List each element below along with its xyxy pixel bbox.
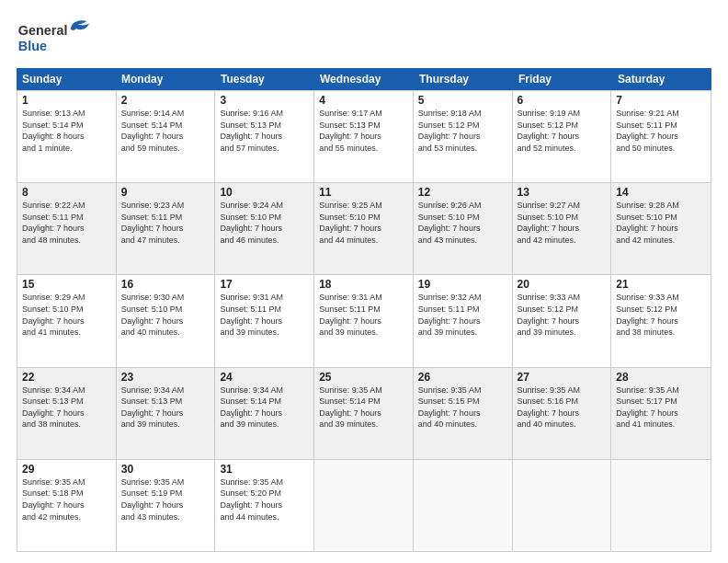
- day-number: 6: [518, 94, 607, 107]
- day-number: 19: [418, 278, 507, 291]
- day-info: Sunrise: 9:14 AM Sunset: 5:14 PM Dayligh…: [121, 108, 210, 154]
- day-number: 15: [22, 278, 111, 291]
- day-number: 31: [220, 463, 309, 476]
- day-number: 13: [518, 186, 607, 199]
- day-number: 5: [418, 94, 507, 107]
- header-monday: Monday: [116, 68, 215, 90]
- table-row: 10Sunrise: 9:24 AM Sunset: 5:10 PM Dayli…: [215, 183, 314, 274]
- day-number: 25: [319, 371, 408, 384]
- table-row: [611, 460, 711, 551]
- header-friday: Friday: [513, 68, 612, 90]
- table-row: 28Sunrise: 9:35 AM Sunset: 5:17 PM Dayli…: [611, 368, 711, 459]
- calendar: Sunday Monday Tuesday Wednesday Thursday…: [17, 68, 711, 552]
- day-info: Sunrise: 9:23 AM Sunset: 5:11 PM Dayligh…: [121, 200, 210, 246]
- table-row: 20Sunrise: 9:33 AM Sunset: 5:12 PM Dayli…: [513, 275, 612, 366]
- table-row: 30Sunrise: 9:35 AM Sunset: 5:19 PM Dayli…: [117, 460, 216, 551]
- week-3: 15Sunrise: 9:29 AM Sunset: 5:10 PM Dayli…: [17, 275, 711, 367]
- day-number: 26: [418, 371, 507, 384]
- day-info: Sunrise: 9:27 AM Sunset: 5:10 PM Dayligh…: [518, 200, 607, 246]
- table-row: 29Sunrise: 9:35 AM Sunset: 5:18 PM Dayli…: [17, 460, 117, 551]
- table-row: 23Sunrise: 9:34 AM Sunset: 5:13 PM Dayli…: [117, 368, 216, 459]
- header: General Blue: [17, 17, 711, 61]
- table-row: 5Sunrise: 9:18 AM Sunset: 5:12 PM Daylig…: [414, 91, 513, 182]
- day-info: Sunrise: 9:19 AM Sunset: 5:12 PM Dayligh…: [518, 108, 607, 154]
- day-number: 2: [121, 94, 210, 107]
- week-1: 1Sunrise: 9:13 AM Sunset: 5:14 PM Daylig…: [17, 91, 711, 183]
- header-sunday: Sunday: [17, 68, 116, 90]
- day-info: Sunrise: 9:34 AM Sunset: 5:14 PM Dayligh…: [220, 385, 309, 431]
- day-number: 7: [616, 94, 706, 107]
- day-info: Sunrise: 9:26 AM Sunset: 5:10 PM Dayligh…: [418, 200, 507, 246]
- day-info: Sunrise: 9:32 AM Sunset: 5:11 PM Dayligh…: [418, 292, 507, 338]
- week-2: 8Sunrise: 9:22 AM Sunset: 5:11 PM Daylig…: [17, 183, 711, 275]
- table-row: [314, 460, 414, 551]
- day-info: Sunrise: 9:31 AM Sunset: 5:11 PM Dayligh…: [220, 292, 309, 338]
- day-number: 18: [319, 278, 408, 291]
- table-row: 9Sunrise: 9:23 AM Sunset: 5:11 PM Daylig…: [117, 183, 216, 274]
- table-row: 21Sunrise: 9:33 AM Sunset: 5:12 PM Dayli…: [611, 275, 711, 366]
- header-thursday: Thursday: [414, 68, 513, 90]
- table-row: 26Sunrise: 9:35 AM Sunset: 5:15 PM Dayli…: [414, 368, 513, 459]
- day-info: Sunrise: 9:35 AM Sunset: 5:16 PM Dayligh…: [518, 385, 607, 431]
- day-info: Sunrise: 9:28 AM Sunset: 5:10 PM Dayligh…: [616, 200, 706, 246]
- day-number: 20: [518, 278, 607, 291]
- table-row: 15Sunrise: 9:29 AM Sunset: 5:10 PM Dayli…: [17, 275, 117, 366]
- day-number: 23: [121, 371, 210, 384]
- table-row: 18Sunrise: 9:31 AM Sunset: 5:11 PM Dayli…: [314, 275, 414, 366]
- table-row: 2Sunrise: 9:14 AM Sunset: 5:14 PM Daylig…: [117, 91, 216, 182]
- day-number: 24: [220, 371, 309, 384]
- table-row: 1Sunrise: 9:13 AM Sunset: 5:14 PM Daylig…: [17, 91, 117, 182]
- table-row: 8Sunrise: 9:22 AM Sunset: 5:11 PM Daylig…: [17, 183, 117, 274]
- day-info: Sunrise: 9:33 AM Sunset: 5:12 PM Dayligh…: [616, 292, 706, 338]
- svg-text:Blue: Blue: [18, 39, 47, 53]
- table-row: 24Sunrise: 9:34 AM Sunset: 5:14 PM Dayli…: [215, 368, 314, 459]
- day-info: Sunrise: 9:29 AM Sunset: 5:10 PM Dayligh…: [22, 292, 111, 338]
- logo-svg: General Blue: [17, 17, 99, 61]
- header-tuesday: Tuesday: [215, 68, 314, 90]
- day-number: 3: [220, 94, 309, 107]
- table-row: 4Sunrise: 9:17 AM Sunset: 5:13 PM Daylig…: [314, 91, 414, 182]
- day-info: Sunrise: 9:24 AM Sunset: 5:10 PM Dayligh…: [220, 200, 309, 246]
- day-info: Sunrise: 9:25 AM Sunset: 5:10 PM Dayligh…: [319, 200, 408, 246]
- week-5: 29Sunrise: 9:35 AM Sunset: 5:18 PM Dayli…: [17, 460, 711, 551]
- header-wednesday: Wednesday: [314, 68, 414, 90]
- table-row: [513, 460, 612, 551]
- day-info: Sunrise: 9:16 AM Sunset: 5:13 PM Dayligh…: [220, 108, 309, 154]
- day-number: 4: [319, 94, 408, 107]
- table-row: 7Sunrise: 9:21 AM Sunset: 5:11 PM Daylig…: [611, 91, 711, 182]
- day-info: Sunrise: 9:21 AM Sunset: 5:11 PM Dayligh…: [616, 108, 706, 154]
- week-4: 22Sunrise: 9:34 AM Sunset: 5:13 PM Dayli…: [17, 368, 711, 460]
- day-number: 29: [22, 463, 111, 476]
- day-number: 28: [616, 371, 706, 384]
- day-info: Sunrise: 9:18 AM Sunset: 5:12 PM Dayligh…: [418, 108, 507, 154]
- day-info: Sunrise: 9:31 AM Sunset: 5:11 PM Dayligh…: [319, 292, 408, 338]
- day-number: 17: [220, 278, 309, 291]
- day-number: 30: [121, 463, 210, 476]
- table-row: 6Sunrise: 9:19 AM Sunset: 5:12 PM Daylig…: [513, 91, 612, 182]
- table-row: 13Sunrise: 9:27 AM Sunset: 5:10 PM Dayli…: [513, 183, 612, 274]
- calendar-header: Sunday Monday Tuesday Wednesday Thursday…: [17, 68, 711, 90]
- day-info: Sunrise: 9:30 AM Sunset: 5:10 PM Dayligh…: [121, 292, 210, 338]
- day-info: Sunrise: 9:35 AM Sunset: 5:14 PM Dayligh…: [319, 385, 408, 431]
- table-row: 12Sunrise: 9:26 AM Sunset: 5:10 PM Dayli…: [414, 183, 513, 274]
- day-number: 10: [220, 186, 309, 199]
- svg-text:General: General: [18, 23, 68, 38]
- page: General Blue Sunday Monday Tuesday Wedne…: [0, 0, 728, 563]
- table-row: 3Sunrise: 9:16 AM Sunset: 5:13 PM Daylig…: [215, 91, 314, 182]
- day-number: 9: [121, 186, 210, 199]
- table-row: 22Sunrise: 9:34 AM Sunset: 5:13 PM Dayli…: [17, 368, 117, 459]
- day-number: 14: [616, 186, 706, 199]
- day-info: Sunrise: 9:35 AM Sunset: 5:18 PM Dayligh…: [22, 477, 111, 523]
- day-info: Sunrise: 9:34 AM Sunset: 5:13 PM Dayligh…: [22, 385, 111, 431]
- day-number: 27: [518, 371, 607, 384]
- table-row: 25Sunrise: 9:35 AM Sunset: 5:14 PM Dayli…: [314, 368, 414, 459]
- day-info: Sunrise: 9:33 AM Sunset: 5:12 PM Dayligh…: [518, 292, 607, 338]
- table-row: 14Sunrise: 9:28 AM Sunset: 5:10 PM Dayli…: [611, 183, 711, 274]
- table-row: 27Sunrise: 9:35 AM Sunset: 5:16 PM Dayli…: [513, 368, 612, 459]
- day-number: 16: [121, 278, 210, 291]
- day-info: Sunrise: 9:22 AM Sunset: 5:11 PM Dayligh…: [22, 200, 111, 246]
- day-info: Sunrise: 9:35 AM Sunset: 5:19 PM Dayligh…: [121, 477, 210, 523]
- table-row: 16Sunrise: 9:30 AM Sunset: 5:10 PM Dayli…: [117, 275, 216, 366]
- day-info: Sunrise: 9:34 AM Sunset: 5:13 PM Dayligh…: [121, 385, 210, 431]
- table-row: 31Sunrise: 9:35 AM Sunset: 5:20 PM Dayli…: [215, 460, 314, 551]
